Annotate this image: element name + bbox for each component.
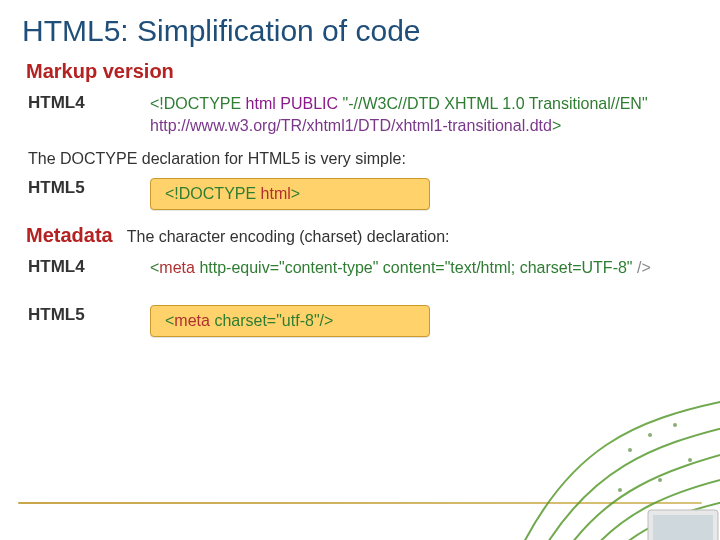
codebox-html5-meta: <meta charset="utf-8"/> xyxy=(150,305,430,337)
tok-attr3: charset= xyxy=(214,312,276,329)
slide: HTML5: Simplification of code Markup ver… xyxy=(0,0,720,337)
tok-attr1: http-equiv= xyxy=(199,259,279,276)
page-title: HTML5: Simplification of code xyxy=(22,14,698,48)
tok-meta-close2: /> xyxy=(320,312,334,329)
row-html5-doctype: HTML5 <!DOCTYPE html> xyxy=(22,178,698,210)
corner-decoration xyxy=(480,390,720,540)
tok-val1: "content-type" xyxy=(279,259,378,276)
svg-point-0 xyxy=(628,448,632,452)
tok-meta-tag: meta xyxy=(159,259,195,276)
footer-divider xyxy=(18,502,702,504)
tok-sysid: http://www.w3.org/TR/xhtml1/DTD/xhtml1-t… xyxy=(150,117,552,134)
svg-rect-7 xyxy=(653,515,713,540)
label-html4: HTML4 xyxy=(22,93,150,113)
svg-point-2 xyxy=(673,423,677,427)
tok-open: <! xyxy=(150,95,164,112)
tok-meta-close: /> xyxy=(633,259,651,276)
section-metadata-heading: Metadata xyxy=(26,224,113,247)
tok-root2: html xyxy=(261,185,291,202)
label-html5-meta: HTML5 xyxy=(22,305,150,325)
svg-point-3 xyxy=(688,458,692,462)
row-metadata-heading: Metadata The character encoding (charset… xyxy=(22,224,698,247)
row-html4-doctype: HTML4 <!DOCTYPE html PUBLIC "-//W3C//DTD… xyxy=(22,93,698,136)
tok-doctype-kw: DOCTYPE xyxy=(164,95,241,112)
tok-close2: > xyxy=(291,185,300,202)
svg-point-4 xyxy=(658,478,662,482)
html4-meta-code: <meta http-equiv="content-type" content=… xyxy=(150,257,698,279)
row-html5-meta: HTML5 <meta charset="utf-8"/> xyxy=(22,305,698,337)
html4-doctype-code: <!DOCTYPE html PUBLIC "-//W3C//DTD XHTML… xyxy=(150,93,698,136)
svg-point-5 xyxy=(618,488,622,492)
caption-metadata: The character encoding (charset) declara… xyxy=(127,228,450,246)
svg-point-1 xyxy=(648,433,652,437)
tok-doctype-kw2: DOCTYPE xyxy=(179,185,256,202)
row-html4-meta: HTML4 <meta http-equiv="content-type" co… xyxy=(22,257,698,279)
tok-val2: "text/html; charset=UTF-8" xyxy=(445,259,633,276)
tok-meta-tag2: meta xyxy=(174,312,210,329)
tok-open2: <! xyxy=(165,185,179,202)
html5-meta-container: <meta charset="utf-8"/> xyxy=(150,305,698,337)
codebox-html5-doctype: <!DOCTYPE html> xyxy=(150,178,430,210)
tok-public: PUBLIC xyxy=(280,95,338,112)
tok-root: html xyxy=(246,95,276,112)
section-markup-heading: Markup version xyxy=(26,60,698,83)
html5-doctype-container: <!DOCTYPE html> xyxy=(150,178,698,210)
label-html4-meta: HTML4 xyxy=(22,257,150,277)
tok-fpi: "-//W3C//DTD XHTML 1.0 Transitional//EN" xyxy=(343,95,648,112)
label-html5: HTML5 xyxy=(22,178,150,198)
tok-val3: "utf-8" xyxy=(276,312,319,329)
svg-rect-6 xyxy=(648,510,718,540)
caption-html5-doctype: The DOCTYPE declaration for HTML5 is ver… xyxy=(28,150,698,168)
tok-attr2: content= xyxy=(383,259,445,276)
tok-lt: < xyxy=(150,259,159,276)
laptop-icon xyxy=(632,510,720,540)
tok-lt2: < xyxy=(165,312,174,329)
tok-close: > xyxy=(552,117,561,134)
